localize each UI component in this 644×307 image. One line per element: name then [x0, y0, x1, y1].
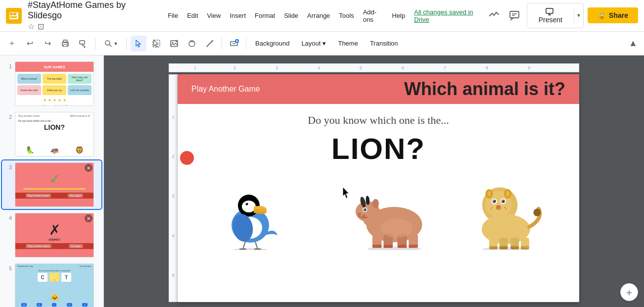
menu-addons[interactable]: Add-ons	[359, 6, 387, 25]
add-slide-btn-area: ＋	[620, 283, 638, 301]
slide-num-4: 4	[4, 215, 12, 221]
redo-btn[interactable]: ↪	[40, 36, 55, 51]
slide-header-right: Which animal is it?	[404, 79, 565, 100]
toucan-animal	[213, 171, 292, 250]
drive-icon[interactable]: ⊡	[38, 22, 44, 31]
doc-title[interactable]: #StayAtHome Games by Slidesgo	[28, 0, 156, 21]
close-slide-4[interactable]: ✕	[85, 214, 92, 222]
present-main-btn[interactable]: Present	[527, 3, 574, 28]
app-icon	[6, 8, 22, 24]
svg-point-84	[505, 208, 506, 209]
separator3	[222, 38, 222, 50]
share-label: Share	[609, 11, 628, 19]
menu-edit[interactable]: Edit	[183, 10, 202, 21]
title-area: #StayAtHome Games by Slidesgo ☆ ⊡	[28, 0, 156, 31]
svg-point-59	[372, 199, 378, 208]
svg-line-39	[255, 242, 258, 249]
undo-btn[interactable]: ↩	[22, 36, 38, 51]
slide-preview-3: ✓ Play Another Game Play Again ✕	[15, 162, 94, 207]
add-btn[interactable]: ＋	[4, 36, 20, 51]
svg-point-20	[172, 42, 174, 43]
menu-file[interactable]: File	[164, 10, 182, 21]
menu-bar: File Edit View Insert Format Slide Arran…	[164, 6, 478, 25]
add-textbox-btn[interactable]	[226, 36, 242, 51]
slide-thumb-4[interactable]: 4 ✗ OOOPS!!! Play Another Game Try Again…	[2, 211, 101, 259]
slide-thumb-5[interactable]: 5 Play Another Time The last letter Do y…	[2, 261, 101, 307]
slide-num-2: 2	[4, 114, 12, 120]
svg-point-32	[242, 201, 256, 212]
slide-animals-row	[197, 171, 559, 250]
zoom-btn[interactable]: ▾	[99, 38, 122, 50]
svg-point-35	[246, 203, 247, 204]
svg-rect-2	[13, 13, 16, 15]
slide-header-bar: Play Another Game Which animal is it?	[178, 74, 579, 104]
svg-point-13	[67, 43, 68, 44]
svg-point-83	[504, 207, 505, 208]
editor-area: 1 2 3 4 5 6 7 8 9 1 2 3 4 5	[104, 55, 644, 307]
slide-thumb-1[interactable]: 1 OUR GAMES Which animal? The last lette…	[2, 59, 101, 108]
theme-btn[interactable]: Theme	[333, 38, 363, 49]
svg-point-56	[364, 209, 365, 210]
close-slide-3[interactable]: ✕	[85, 164, 92, 172]
menu-view[interactable]: View	[203, 10, 225, 21]
slide-thumb-2[interactable]: 2 Play Another Game Which animal is it? …	[2, 110, 101, 158]
share-button[interactable]: 🔒 Share	[588, 7, 638, 23]
collapse-toolbar-btn[interactable]: ▲	[626, 37, 640, 51]
menu-tools[interactable]: Tools	[335, 10, 358, 21]
svg-point-81	[491, 207, 492, 208]
main: 1 OUR GAMES Which animal? The last lette…	[0, 55, 644, 307]
background-btn[interactable]: Background	[250, 38, 294, 49]
menu-arrange[interactable]: Arrange	[303, 10, 334, 21]
star-icon[interactable]: ☆	[28, 22, 35, 31]
svg-line-38	[243, 242, 245, 249]
select-btn[interactable]	[131, 36, 146, 51]
comments-icon[interactable]	[506, 6, 522, 24]
insert-line-btn[interactable]	[202, 36, 218, 51]
svg-point-76	[493, 200, 494, 201]
red-ball	[180, 151, 194, 165]
svg-point-79	[502, 200, 503, 201]
insert-shape-btn[interactable]	[184, 36, 200, 51]
layout-btn[interactable]: Layout ▾	[296, 38, 331, 49]
svg-rect-1	[10, 13, 13, 15]
present-button[interactable]: Present ▾	[527, 3, 584, 28]
svg-point-87	[487, 191, 491, 197]
lion-animal	[465, 171, 544, 250]
svg-point-88	[506, 191, 509, 197]
activity-icon[interactable]	[486, 6, 502, 24]
menu-format[interactable]: Format	[251, 10, 279, 21]
print-btn[interactable]	[57, 36, 73, 51]
slide-canvas: Play Another Game Which animal is it? Do…	[178, 74, 579, 302]
svg-rect-3	[10, 16, 17, 18]
menu-insert[interactable]: Insert	[226, 10, 250, 21]
menu-slide[interactable]: Slide	[280, 10, 302, 21]
slide-num-5: 5	[4, 265, 12, 271]
svg-point-40	[233, 248, 268, 250]
slide-preview-5: Play Another Time The last letter Do you…	[15, 263, 94, 307]
slide-subtitle: Do you know which one is the...	[308, 114, 449, 127]
svg-rect-4	[510, 11, 519, 18]
svg-point-34	[245, 203, 248, 205]
format-paint-btn[interactable]	[75, 36, 91, 51]
svg-point-55	[363, 208, 366, 211]
present-dropdown[interactable]: ▾	[574, 8, 583, 23]
menu-help[interactable]: Help	[388, 10, 410, 21]
slide-preview-1: OUR GAMES Which animal? The last letter …	[15, 61, 94, 106]
slide-header-left: Play Another Game	[191, 85, 260, 94]
transition-btn[interactable]: Transition	[365, 38, 403, 49]
slide-preview-2: Play Another Game Which animal is it? Do…	[15, 112, 94, 156]
svg-point-60	[380, 219, 413, 238]
present-label: Present	[539, 16, 562, 24]
add-slide-btn[interactable]: ＋	[620, 283, 638, 301]
layout-arrow: ▾	[322, 40, 326, 47]
slide-num-3: 3	[4, 164, 12, 170]
insert-image-btn[interactable]	[166, 36, 182, 51]
layout-label: Layout	[301, 40, 321, 47]
select-text-btn[interactable]	[148, 36, 164, 51]
svg-point-80	[496, 205, 501, 208]
svg-rect-12	[63, 45, 67, 47]
slide-thumb-3[interactable]: 3 ✓ Play Another Game Play Again ✕	[2, 160, 101, 209]
save-status[interactable]: All changes saved in Drive	[414, 8, 478, 23]
svg-rect-7	[546, 8, 553, 13]
svg-point-57	[357, 213, 361, 216]
